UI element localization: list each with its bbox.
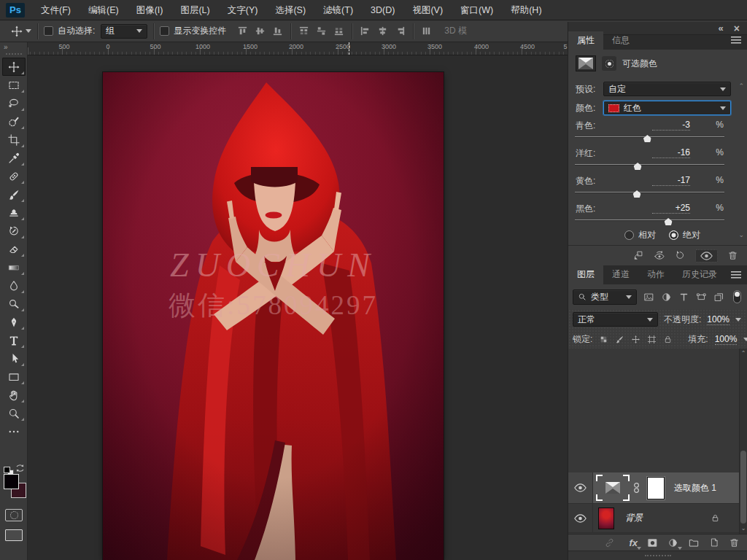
menu-item-8[interactable]: 视图(V)	[403, 0, 452, 20]
properties-panel-menu-icon[interactable]	[731, 36, 741, 46]
slider-value-field[interactable]: -17	[652, 175, 690, 186]
add-layer-mask-icon[interactable]	[647, 537, 658, 548]
menu-item-1[interactable]: 编辑(E)	[80, 0, 128, 20]
clip-to-layer-icon[interactable]	[602, 56, 616, 71]
historybrush-tool[interactable]	[2, 222, 26, 240]
lock-pixels-icon[interactable]	[615, 335, 624, 344]
filter-pixel-layers-icon[interactable]	[643, 292, 654, 303]
brush-tool[interactable]	[2, 185, 26, 203]
slider-track[interactable]	[575, 192, 724, 193]
slider-value-field[interactable]: -16	[652, 147, 690, 158]
link-layers-icon[interactable]	[604, 537, 615, 548]
distribute-right-icon[interactable]	[394, 25, 406, 37]
ellipsis-tool[interactable]	[2, 422, 26, 440]
layers-scrollbar[interactable]: ⌃ ⌄	[739, 349, 747, 534]
menu-item-0[interactable]: 文件(F)	[32, 0, 80, 20]
chevron-down-icon[interactable]	[735, 318, 741, 322]
opacity-value[interactable]: 100%	[707, 314, 729, 325]
foreground-color-swatch[interactable]	[4, 474, 19, 489]
zoom-tool[interactable]	[2, 404, 26, 422]
slider-value-field[interactable]: +25	[652, 203, 690, 214]
layer-name[interactable]: 背景	[625, 512, 643, 524]
radio-icon[interactable]	[624, 230, 634, 240]
scroll-up-icon[interactable]: ⌃	[740, 350, 747, 357]
view-previous-state-icon[interactable]	[654, 250, 665, 262]
auto-select-checkbox[interactable]: 自动选择:	[44, 25, 95, 37]
layer-name[interactable]: 选取颜色 1	[674, 482, 716, 494]
distribute-top-icon[interactable]	[298, 25, 310, 37]
properties-tab-0[interactable]: 属性	[568, 31, 603, 50]
lock-transparency-icon[interactable]	[599, 335, 608, 344]
layers-panel-menu-icon[interactable]	[731, 271, 741, 281]
photoshop-logo[interactable]: Ps	[6, 3, 25, 18]
fill-value[interactable]: 100%	[715, 334, 738, 345]
preset-dropdown[interactable]: 自定	[603, 82, 731, 96]
scroll-up-icon[interactable]: ⌃	[738, 83, 744, 90]
scrollbar-thumb[interactable]	[740, 451, 746, 524]
slider-thumb[interactable]	[643, 135, 651, 142]
layers-tab-3[interactable]: 历史记录	[673, 264, 726, 284]
marquee-tool[interactable]	[2, 76, 26, 94]
reset-adjustment-icon[interactable]	[675, 250, 686, 261]
menu-item-6[interactable]: 滤镜(T)	[314, 0, 362, 20]
pen-tool[interactable]	[2, 313, 26, 331]
filter-shape-layers-icon[interactable]	[696, 292, 707, 303]
crop-tool[interactable]	[2, 131, 26, 149]
mini-foreground-swatch[interactable]	[4, 467, 10, 473]
menu-item-3[interactable]: 图层(L)	[171, 0, 218, 20]
menu-item-5[interactable]: 选择(S)	[266, 0, 314, 20]
menu-item-9[interactable]: 窗口(W)	[452, 0, 502, 20]
distribute-bottom-icon[interactable]	[333, 25, 345, 37]
dodge-tool[interactable]	[2, 295, 26, 313]
menu-item-10[interactable]: 帮助(H)	[502, 0, 550, 20]
align-top-icon[interactable]	[236, 25, 249, 37]
properties-tab-1[interactable]: 信息	[603, 31, 638, 50]
hand-tool[interactable]	[2, 386, 26, 404]
gradient-tool[interactable]	[2, 258, 26, 276]
align-bottom-icon[interactable]	[271, 25, 284, 37]
clip-adjustment-icon[interactable]	[633, 250, 644, 261]
filter-toggle[interactable]	[733, 290, 741, 303]
menu-item-2[interactable]: 图像(I)	[128, 0, 172, 20]
slider-thumb[interactable]	[633, 190, 641, 198]
screen-mode-button[interactable]	[5, 529, 23, 541]
distribute-left-icon[interactable]	[359, 25, 371, 37]
toggle-visibility-icon[interactable]	[695, 249, 718, 262]
eraser-tool[interactable]	[2, 240, 26, 258]
blur-tool[interactable]	[2, 276, 26, 295]
new-group-icon[interactable]	[688, 537, 700, 548]
chevron-down-icon[interactable]	[743, 338, 747, 341]
menu-item-7[interactable]: 3D(D)	[362, 0, 403, 20]
delete-adjustment-icon[interactable]	[727, 250, 738, 261]
relative-radio[interactable]: 相对	[624, 229, 656, 241]
new-adjustment-layer-icon[interactable]	[667, 537, 678, 548]
layers-tab-2[interactable]: 动作	[638, 264, 673, 284]
stamp-tool[interactable]	[2, 203, 26, 222]
lock-artboard-icon[interactable]	[647, 335, 657, 344]
quick-mask-button[interactable]	[5, 509, 23, 521]
close-panel-icon[interactable]	[734, 23, 740, 34]
canvas-area[interactable]: ZUOCHUN 微信:578094297	[28, 55, 568, 560]
align-vcenter-icon[interactable]	[254, 25, 266, 37]
toolbar-grip[interactable]	[6, 53, 22, 55]
pathselect-tool[interactable]	[2, 349, 26, 368]
filter-type-layers-icon[interactable]	[678, 292, 689, 303]
auto-select-target-dropdown[interactable]: 组	[101, 24, 147, 39]
swap-colors-icon[interactable]	[15, 464, 25, 472]
layer-visibility-eye-icon[interactable]	[568, 472, 593, 503]
filter-smart-objects-icon[interactable]	[713, 292, 724, 303]
layer-row-selective-color[interactable]: 选取颜色 1	[568, 472, 739, 504]
radio-icon[interactable]	[669, 230, 678, 240]
panel-resize-grip[interactable]	[568, 551, 747, 560]
filter-type-dropdown[interactable]: 类型	[573, 289, 637, 305]
slider-thumb[interactable]	[665, 218, 673, 225]
healing-tool[interactable]	[2, 167, 26, 185]
layer-mask-thumbnail[interactable]	[647, 477, 665, 499]
filter-adjustment-layers-icon[interactable]	[661, 292, 672, 303]
delete-layer-icon[interactable]	[729, 537, 740, 548]
adjustment-layer-thumbnail[interactable]	[596, 475, 630, 501]
blend-mode-dropdown[interactable]: 正常	[573, 312, 658, 327]
lasso-tool[interactable]	[2, 94, 26, 112]
rectangle-tool[interactable]	[2, 368, 26, 386]
absolute-radio[interactable]: 绝对	[669, 229, 700, 241]
